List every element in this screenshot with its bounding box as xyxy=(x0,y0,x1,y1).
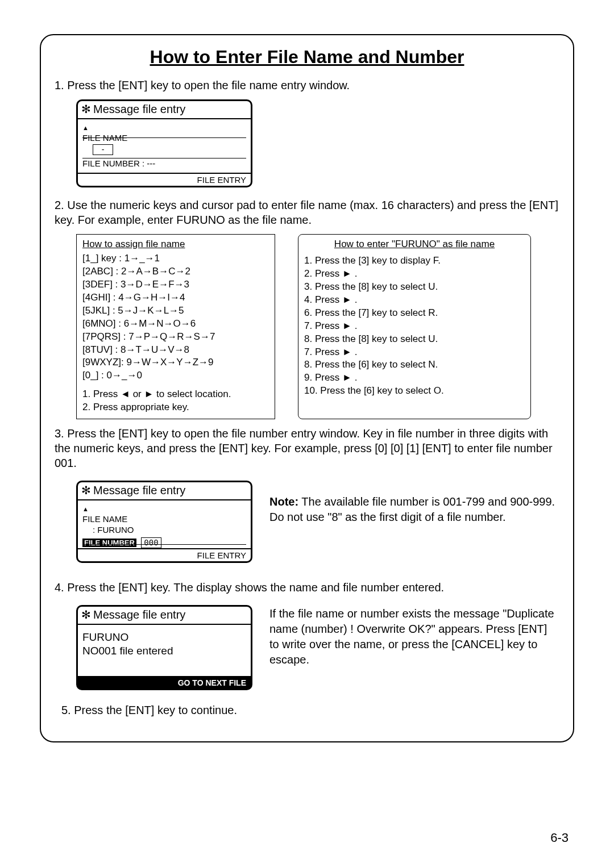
assign-line: [3DEF] : 3→D→E→F→3 xyxy=(82,278,269,291)
dev3-header: Message file entry xyxy=(93,608,185,621)
dev1-filenumber-val: : --- xyxy=(142,158,155,168)
device-screen-3: Message file entry FURUNO NO001 file ent… xyxy=(76,605,252,690)
main-frame: How to Enter File Name and Number 1. Pre… xyxy=(40,34,574,742)
dev3-line2: NO001 file entered xyxy=(82,644,246,658)
furuno-header: How to enter "FURUNO" as file name xyxy=(304,238,525,251)
furuno-line: 8. Press the [8] key to select U. xyxy=(304,333,525,346)
assign-line: [8TUV] : 8→T→U→V→8 xyxy=(82,344,269,357)
up-caret-icon xyxy=(82,122,89,132)
assign-filename-box: How to assign file name [1_] key : 1→_→1… xyxy=(76,234,275,419)
note-lead: Note: xyxy=(269,495,298,508)
assign-line: [9WXYZ]: 9→W→X→Y→Z→9 xyxy=(82,356,269,369)
enter-furuno-box: How to enter "FURUNO" as file name 1. Pr… xyxy=(298,234,531,419)
device-screen-2: Message file entry FILE NAME : FURUNO FI… xyxy=(76,481,252,563)
assign-header: How to assign file name xyxy=(82,238,269,251)
assign-foot-1: 1. Press ◄ or ► to select location. xyxy=(82,388,269,401)
step-2-text: 2. Use the numeric keys and cursor pad t… xyxy=(55,198,559,227)
furuno-line: 10. Press the [6] key to select O. xyxy=(304,385,525,398)
furuno-line: 2. Press ► . xyxy=(304,268,525,281)
furuno-line: 8. Press the [6] key to select N. xyxy=(304,358,525,372)
furuno-line: 7. Press ► . xyxy=(304,346,525,359)
dev1-filename-label: FILE NAME xyxy=(82,133,246,144)
dev3-line1: FURUNO xyxy=(82,631,246,644)
dev1-filenumber-label: FILE NUMBER xyxy=(82,158,140,168)
assign-foot-2: 2. Press appropriate key. xyxy=(82,401,269,414)
dev2-footer: FILE ENTRY xyxy=(78,548,251,561)
assign-line: [7PQRS] : 7→P→Q→R→S→7 xyxy=(82,331,269,344)
dev2-filenumber-label: FILE NUMBER xyxy=(82,539,136,547)
step-3-text: 3. Press the [ENT] key to open the file … xyxy=(55,426,559,470)
assign-line: [6MNO] : 6→M→N→O→6 xyxy=(82,318,269,331)
dev2-filenumber-val: 000 xyxy=(141,537,161,549)
furuno-line: 3. Press the [8] key to select U. xyxy=(304,281,525,294)
furuno-line: 9. Press ► . xyxy=(304,372,525,385)
device-screen-1: Message file entry FILE NAME - FILE NUMB… xyxy=(76,99,252,187)
dev2-filename-label: FILE NAME xyxy=(82,514,246,525)
step-4-text: 4. Press the [ENT] key. The display show… xyxy=(55,580,559,595)
furuno-line: 6. Press the [7] key to select R. xyxy=(304,307,525,320)
step-1-text: 1. Press the [ENT] key to open the file … xyxy=(55,78,559,93)
star-icon xyxy=(81,608,93,621)
duplicate-note: If the file name or number exists the me… xyxy=(269,602,559,667)
assign-line: [4GHI] : 4→G→H→I→4 xyxy=(82,291,269,304)
note-text: Note: The available file number is 001-7… xyxy=(269,477,559,525)
dev1-cursor-box: - xyxy=(93,144,113,156)
step-5-text: 5. Press the [ENT] key to continue. xyxy=(61,703,559,717)
page-title: How to Enter File Name and Number xyxy=(55,47,559,68)
dev1-header: Message file entry xyxy=(93,103,185,115)
dev2-header: Message file entry xyxy=(93,484,185,496)
dev2-filename-val: : FURUNO xyxy=(93,525,246,536)
furuno-line: 4. Press ► . xyxy=(304,294,525,307)
furuno-line: 7. Press ► . xyxy=(304,320,525,333)
note-body: The available file number is 001-799 and… xyxy=(269,495,555,523)
star-icon xyxy=(81,484,93,496)
up-caret-icon xyxy=(82,503,89,513)
assign-line: [1_] key : 1→_→1 xyxy=(82,252,269,265)
page-number: 6-3 xyxy=(550,831,569,845)
assign-line: [5JKL] : 5→J→K→L→5 xyxy=(82,304,269,318)
dev1-footer: FILE ENTRY xyxy=(78,173,251,186)
dev3-footer: GO TO NEXT FILE xyxy=(78,676,251,688)
star-icon xyxy=(81,103,93,115)
assign-line: [0_] : 0→_→0 xyxy=(82,369,269,382)
furuno-line: 1. Press the [3] key to display F. xyxy=(304,254,525,268)
assign-line: [2ABC] : 2→A→B→C→2 xyxy=(82,265,269,278)
